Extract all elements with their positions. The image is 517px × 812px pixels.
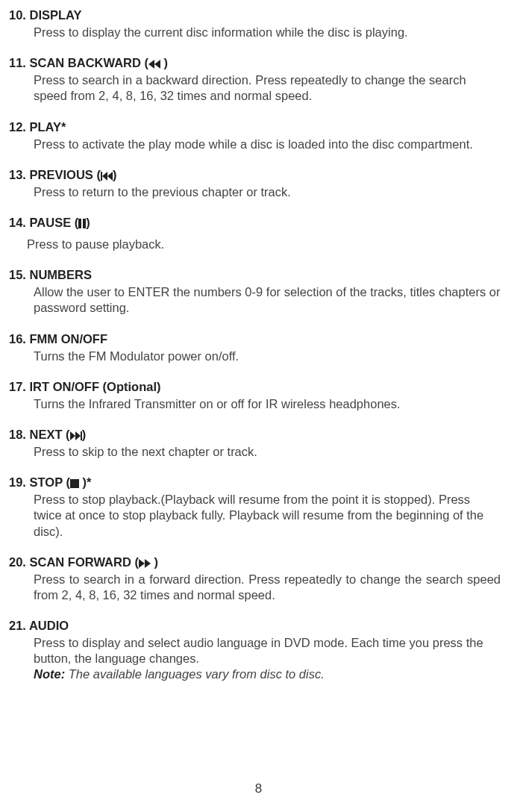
entry-number: 17. xyxy=(9,380,26,393)
previous-icon-wrapper xyxy=(101,168,113,181)
svg-rect-10 xyxy=(70,479,79,488)
instruction-list: 10. DISPLAYPress to display the current … xyxy=(9,7,501,682)
entry-title: NEXT ( xyxy=(30,428,70,441)
instruction-entry: 12. PLAY*Press to activate the play mode… xyxy=(9,119,501,152)
entry-note: Note: The available languages vary from … xyxy=(9,666,501,682)
instruction-entry: 14. PAUSE ()Press to pause playback. xyxy=(9,215,501,252)
stop-icon-wrapper xyxy=(70,475,79,489)
entry-number: 16. xyxy=(9,332,26,346)
entry-description: Press to display and select audio langua… xyxy=(9,635,501,666)
svg-rect-2 xyxy=(101,172,102,181)
entry-description: Turns the FM Modulator power on/off. xyxy=(9,349,501,364)
scan-forward-icon-wrapper xyxy=(139,555,151,569)
scan-backward-icon xyxy=(148,60,160,69)
entry-number: 14. xyxy=(9,216,26,229)
svg-marker-0 xyxy=(154,60,160,69)
entry-title: PLAY* xyxy=(30,120,66,134)
svg-marker-7 xyxy=(70,431,75,440)
entry-title-suffix: ) xyxy=(86,216,90,229)
instruction-entry: 17. IRT ON/OFF (Optional)Turns the Infra… xyxy=(9,379,501,412)
instruction-entry: 21. AUDIOPress to display and select aud… xyxy=(9,618,501,682)
entry-number: 18. xyxy=(9,428,26,441)
previous-icon xyxy=(101,172,113,181)
instruction-entry: 19. STOP ( )*Press to stop playback.(Pla… xyxy=(9,475,501,539)
entry-title-suffix: )* xyxy=(79,475,92,489)
instruction-entry: 11. SCAN BACKWARD ( )Press to search in … xyxy=(9,55,501,104)
entry-number: 13. xyxy=(9,168,26,181)
entry-number: 20. xyxy=(9,555,26,569)
instruction-entry: 16. FMM ON/OFFTurns the FM Modulator pow… xyxy=(9,331,501,364)
entry-title-row: 18. NEXT () xyxy=(9,427,501,443)
note-label: Note: xyxy=(34,667,65,681)
entry-title-suffix: ) xyxy=(151,555,158,569)
entry-title-suffix: ) xyxy=(113,168,117,181)
next-icon xyxy=(70,431,82,440)
entry-title: SCAN FORWARD ( xyxy=(30,555,139,569)
entry-title: IRT ON/OFF (Optional) xyxy=(30,380,161,393)
svg-marker-4 xyxy=(107,172,113,181)
svg-rect-5 xyxy=(78,219,81,228)
entry-title: PAUSE ( xyxy=(30,216,79,229)
entry-title-suffix: ) xyxy=(82,428,87,441)
entry-title-row: 19. STOP ( )* xyxy=(9,475,501,490)
scan-backward-icon-wrapper xyxy=(148,56,160,69)
entry-title: STOP ( xyxy=(30,475,70,489)
scan-forward-icon xyxy=(139,559,151,568)
entry-title-row: 16. FMM ON/OFF xyxy=(9,331,501,347)
entry-title-row: 20. SCAN FORWARD ( ) xyxy=(9,555,501,570)
entry-title-suffix: ) xyxy=(160,56,168,69)
pause-icon-wrapper xyxy=(78,216,86,229)
entry-title-row: 14. PAUSE () xyxy=(9,215,501,231)
instruction-entry: 20. SCAN FORWARD ( )Press to search in a… xyxy=(9,555,501,603)
entry-title: AUDIO xyxy=(29,619,69,632)
instruction-entry: 18. NEXT ()Press to skip to the next cha… xyxy=(9,427,501,460)
svg-marker-12 xyxy=(145,559,151,568)
entry-title: DISPLAY xyxy=(30,8,82,22)
entry-number: 10. xyxy=(9,8,26,22)
svg-marker-8 xyxy=(75,431,81,440)
entry-description: Press to search in a forward direction. … xyxy=(9,572,501,603)
entry-number: 19. xyxy=(9,475,26,489)
entry-number: 11. xyxy=(9,56,26,69)
entry-title-row: 10. DISPLAY xyxy=(9,7,501,23)
entry-description: Press to stop playback.(Playback will re… xyxy=(9,492,501,539)
page-number: 8 xyxy=(0,781,517,797)
svg-marker-3 xyxy=(102,172,107,181)
svg-marker-1 xyxy=(148,60,154,69)
entry-title-row: 15. NUMBERS xyxy=(9,267,501,283)
next-icon-wrapper xyxy=(70,428,82,441)
instruction-entry: 13. PREVIOUS ()Press to return to the pr… xyxy=(9,167,501,200)
entry-description: Allow the user to ENTER the numbers 0-9 … xyxy=(9,284,501,316)
entry-title: PREVIOUS ( xyxy=(30,168,101,181)
note-text: The available languages vary from disc t… xyxy=(65,667,325,681)
entry-description: Press to return to the previous chapter … xyxy=(9,184,501,200)
entry-number: 12. xyxy=(9,120,26,134)
entry-description: Press to pause playback. xyxy=(9,237,501,252)
entry-description: Press to search in a backward direction.… xyxy=(9,72,501,104)
entry-title: NUMBERS xyxy=(30,268,92,281)
stop-icon xyxy=(70,479,79,488)
entry-description: Press to display the current disc inform… xyxy=(9,25,501,40)
entry-title-row: 12. PLAY* xyxy=(9,119,501,135)
entry-title: FMM ON/OFF xyxy=(30,332,107,346)
instruction-entry: 15. NUMBERSAllow the user to ENTER the n… xyxy=(9,267,501,316)
pause-icon xyxy=(78,219,86,228)
entry-description: Press to activate the play mode while a … xyxy=(9,137,501,152)
entry-number: 15. xyxy=(9,268,26,281)
entry-title-row: 21. AUDIO xyxy=(9,618,501,634)
entry-title: SCAN BACKWARD ( xyxy=(30,56,149,69)
entry-title-row: 13. PREVIOUS () xyxy=(9,167,501,183)
entry-title-row: 11. SCAN BACKWARD ( ) xyxy=(9,55,501,71)
entry-title-row: 17. IRT ON/OFF (Optional) xyxy=(9,379,501,395)
instruction-entry: 10. DISPLAYPress to display the current … xyxy=(9,7,501,40)
entry-description: Turns the Infrared Transmitter on or off… xyxy=(9,396,501,412)
entry-number: 21. xyxy=(9,619,26,632)
svg-marker-11 xyxy=(139,559,145,568)
entry-description: Press to skip to the next chapter or tra… xyxy=(9,444,501,460)
